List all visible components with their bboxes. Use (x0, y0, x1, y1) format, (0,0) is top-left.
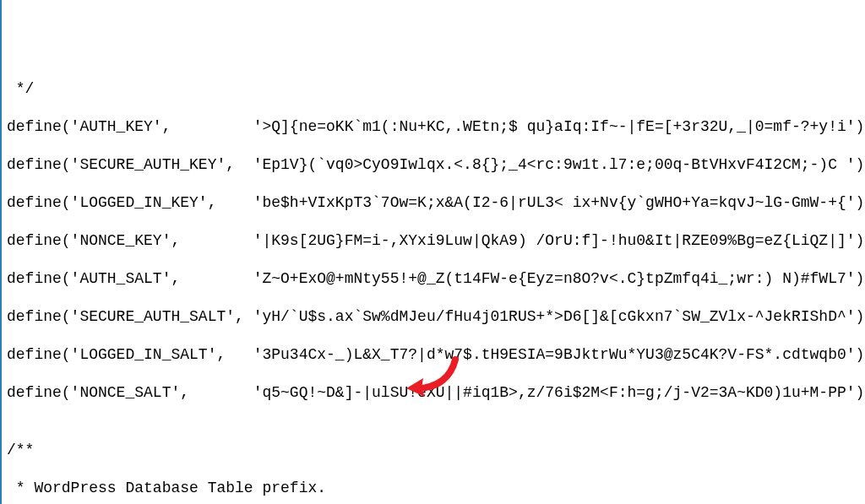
code-line: define('LOGGED_IN_KEY', 'be$h+VIxKpT3`7O… (7, 193, 860, 213)
code-line: define('LOGGED_IN_SALT', '3Pu34Cx-_)L&X_… (7, 345, 860, 365)
code-line: * WordPress Database Table prefix. (7, 479, 860, 498)
code-line: /** (7, 441, 860, 460)
code-line: define('AUTH_SALT', 'Z~O+ExO@+mNty55!+@_… (7, 269, 860, 289)
code-line: */ (7, 79, 860, 99)
code-line: define('NONCE_SALT', 'q5~GQ!~D&]-|ulSU!e… (7, 383, 860, 403)
code-line: define('SECURE_AUTH_KEY', 'Ep1V}(`vq0>Cy… (7, 155, 860, 175)
code-line: define('AUTH_KEY', '>Q]{ne=oKK`m1(:Nu+KC… (7, 117, 860, 137)
code-line: define('SECURE_AUTH_SALT', 'yH/`U$s.ax`S… (7, 307, 860, 327)
code-line: define('NONCE_KEY', '|K9s[2UG}FM=i-,XYxi… (7, 231, 860, 251)
